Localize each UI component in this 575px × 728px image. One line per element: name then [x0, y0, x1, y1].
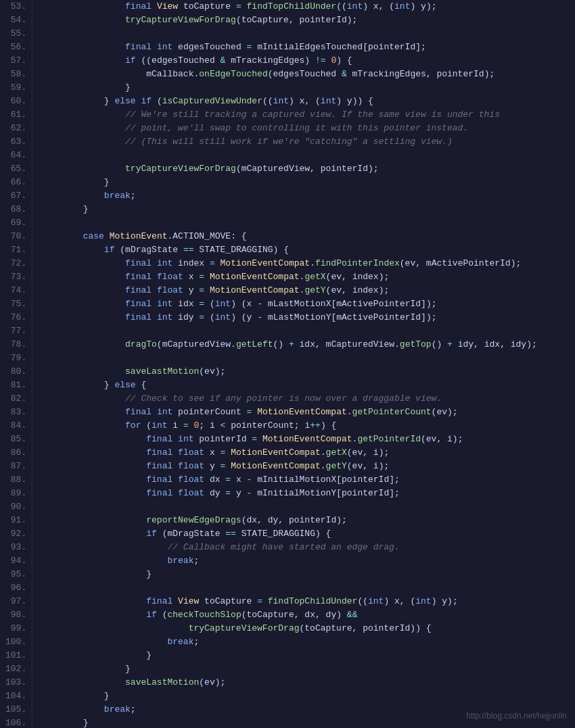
code-line-75: final int idx = (int) (x - mLastMotionX[…: [41, 297, 575, 311]
line-num: 65.: [5, 162, 26, 176]
code-line-97: final View toCapture = findTopChildUnder…: [41, 595, 575, 608]
code-line-87: final float y = MotionEventCompat.getY(e…: [41, 460, 575, 473]
code-line-88: final float dx = x - mInitialMotionX[poi…: [41, 473, 575, 487]
code-line-84: for (int i = 0; i < pointerCount; i++) {: [41, 419, 575, 433]
code-line-89: final float dy = y - mInitialMotionY[poi…: [41, 487, 575, 500]
watermark: http://blog.csdn.net/hejjunlin: [466, 709, 567, 723]
line-num: 83.: [5, 406, 26, 419]
code-line-79: [41, 351, 575, 365]
line-num: 97.: [5, 595, 26, 608]
line-num: 81.: [5, 379, 26, 392]
line-num: 67.: [5, 189, 26, 203]
line-num: 91.: [5, 514, 26, 527]
code-line-62: // point, we'll swap to controlling it w…: [41, 122, 575, 135]
line-num: 74.: [5, 284, 26, 297]
code-line-68: }: [41, 203, 575, 216]
line-num: 79.: [5, 351, 26, 365]
code-line-91: reportNewEdgeDrags(dx, dy, pointerId);: [41, 514, 575, 527]
line-numbers: 53. 54. 55. 56. 57. 58. 59. 60. 61. 62. …: [0, 0, 32, 728]
line-num: 86.: [5, 446, 26, 460]
line-num: 95.: [5, 568, 26, 581]
line-num: 103.: [5, 676, 26, 689]
line-num: 55.: [5, 27, 26, 41]
code-line-53: final View toCapture = findTopChildUnder…: [41, 0, 575, 14]
line-num: 106.: [5, 717, 26, 728]
code-line-86: final float x = MotionEventCompat.getX(e…: [41, 446, 575, 460]
line-num: 68.: [5, 203, 26, 216]
line-num: 96.: [5, 581, 26, 595]
line-num: 54.: [5, 14, 26, 27]
line-num: 90.: [5, 500, 26, 514]
code-line-57: if ((edgesTouched & mTrackingEdges) != 0…: [41, 54, 575, 68]
code-line-93: // Callback might have started an edge d…: [41, 541, 575, 554]
code-line-85: final int pointerId = MotionEventCompat.…: [41, 433, 575, 446]
line-num: 87.: [5, 460, 26, 473]
line-num: 59.: [5, 81, 26, 95]
line-num: 82.: [5, 392, 26, 406]
code-editor: 53. 54. 55. 56. 57. 58. 59. 60. 61. 62. …: [0, 0, 575, 728]
line-num: 66.: [5, 176, 26, 189]
code-line-95: }: [41, 568, 575, 581]
code-line-99: tryCaptureViewForDrag(toCapture, pointer…: [41, 622, 575, 635]
code-line-63: // (This will still work if we're "catch…: [41, 135, 575, 149]
code-line-71: if (mDragState == STATE_DRAGGING) {: [41, 243, 575, 257]
code-line-98: if (checkTouchSlop(toCapture, dx, dy) &&: [41, 608, 575, 622]
code-body: final View toCapture = findTopChildUnder…: [32, 0, 575, 728]
code-line-58: mCallback.onEdgeTouched(edgesTouched & m…: [41, 68, 575, 81]
line-num: 63.: [5, 135, 26, 149]
code-line-55: [41, 27, 575, 41]
line-num: 100.: [5, 635, 26, 649]
line-num: 105.: [5, 703, 26, 717]
line-num: 60.: [5, 95, 26, 108]
line-num: 101.: [5, 649, 26, 662]
code-line-67: break;: [41, 189, 575, 203]
code-line-90: [41, 500, 575, 514]
line-num: 94.: [5, 554, 26, 568]
line-num: 53.: [5, 0, 26, 14]
code-line-77: [41, 324, 575, 338]
line-num: 77.: [5, 324, 26, 338]
line-num: 88.: [5, 473, 26, 487]
code-line-73: final float x = MotionEventCompat.getX(e…: [41, 270, 575, 284]
code-line-54: tryCaptureViewForDrag(toCapture, pointer…: [41, 14, 575, 27]
line-num: 102.: [5, 662, 26, 676]
line-num: 70.: [5, 230, 26, 243]
code-line-96: [41, 581, 575, 595]
code-line-100: break;: [41, 635, 575, 649]
code-line-56: final int edgesTouched = mInitialEdgesTo…: [41, 41, 575, 54]
line-num: 56.: [5, 41, 26, 54]
line-num: 89.: [5, 487, 26, 500]
code-line-76: final int idy = (int) (y - mLastMotionY[…: [41, 311, 575, 324]
line-num: 58.: [5, 68, 26, 81]
code-line-94: break;: [41, 554, 575, 568]
line-num: 57.: [5, 54, 26, 68]
code-line-81: } else {: [41, 379, 575, 392]
code-line-72: final int index = MotionEventCompat.find…: [41, 257, 575, 270]
code-line-101: }: [41, 649, 575, 662]
code-line-66: }: [41, 176, 575, 189]
code-line-92: if (mDragState == STATE_DRAGGING) {: [41, 527, 575, 541]
line-num: 69.: [5, 216, 26, 230]
line-num: 99.: [5, 622, 26, 635]
code-line-69: [41, 216, 575, 230]
line-num: 72.: [5, 257, 26, 270]
line-num: 61.: [5, 108, 26, 122]
line-num: 84.: [5, 419, 26, 433]
code-line-78: dragTo(mCapturedView.getLeft() + idx, mC…: [41, 338, 575, 351]
code-line-70: case MotionEvent.ACTION_MOVE: {: [41, 230, 575, 243]
code-line-80: saveLastMotion(ev);: [41, 365, 575, 379]
line-num: 64.: [5, 149, 26, 162]
line-num: 78.: [5, 338, 26, 351]
line-num: 85.: [5, 433, 26, 446]
code-line-102: }: [41, 662, 575, 676]
code-line-65: tryCaptureViewForDrag(mCapturedView, poi…: [41, 162, 575, 176]
line-num: 76.: [5, 311, 26, 324]
line-num: 62.: [5, 122, 26, 135]
line-num: 71.: [5, 243, 26, 257]
code-line-103: saveLastMotion(ev);: [41, 676, 575, 689]
line-num: 104.: [5, 689, 26, 703]
code-line-60: } else if (isCapturedViewUnder((int) x, …: [41, 95, 575, 108]
code-line-104: }: [41, 689, 575, 703]
line-num: 75.: [5, 297, 26, 311]
code-line-61: // We're still tracking a captured view.…: [41, 108, 575, 122]
